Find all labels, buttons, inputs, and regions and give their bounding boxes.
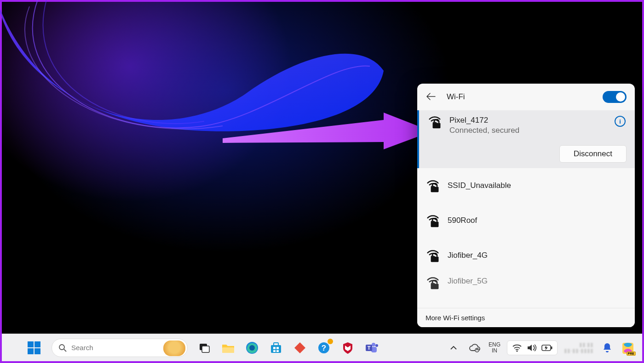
network-info-button[interactable]: i [615,116,626,127]
svg-rect-22 [271,345,281,353]
taskbar-clock[interactable]: ▮▮:▮▮▮▮-▮▮-▮▮▮▮ [564,342,593,354]
cloud-icon [469,343,481,352]
taskbar-search[interactable] [52,339,188,357]
wifi-secured-icon [426,215,439,227]
svg-text:?: ? [322,344,326,352]
svg-rect-18 [202,346,209,352]
system-tray-quicksettings[interactable] [507,340,558,355]
start-button[interactable] [26,340,42,356]
svg-rect-2 [433,123,441,128]
wifi-network-item[interactable]: Jiofiber_4G [417,238,635,273]
arrow-left-icon [426,93,436,100]
wifi-secured-icon [426,250,439,261]
edge-icon [245,341,259,355]
onedrive-tray-icon[interactable] [467,340,482,355]
microsoft-store-button[interactable] [269,340,283,355]
svg-rect-38 [477,348,477,350]
more-wifi-settings-link[interactable]: More Wi-Fi settings [417,308,635,327]
language-indicator[interactable]: ENG IN [489,342,500,354]
network-name: Jiofiber_4G [448,251,488,260]
wifi-icon [512,344,522,352]
svg-point-15 [59,345,64,350]
window-frame: Wi-Fi Pixel_4172 Connected, secured Disc… [0,0,644,363]
wifi-panel-header: Wi-Fi [417,84,635,110]
task-view-icon [198,342,210,354]
svg-rect-10 [431,284,439,289]
file-explorer-button[interactable] [221,340,236,355]
svg-text:T: T [368,345,371,351]
bell-icon [602,342,612,353]
annotation-arrow [223,110,439,165]
svg-point-39 [516,350,518,352]
svg-line-16 [64,349,66,352]
wifi-network-list: Pixel_4172 Connected, secured Disconnect… [417,110,635,308]
notifications-button[interactable] [600,340,615,355]
chevron-up-icon [450,345,457,351]
wifi-toggle[interactable] [603,91,627,103]
svg-rect-24 [273,347,276,349]
mcafee-button[interactable] [340,340,355,355]
svg-rect-41 [551,346,552,349]
store-icon [270,341,282,354]
copilot-button[interactable]: PRE [621,341,635,355]
taskbar: ? T ENG IN [2,334,642,361]
svg-rect-8 [431,256,439,262]
disconnect-button[interactable]: Disconnect [559,145,627,163]
back-button[interactable] [424,90,438,104]
windows-logo-icon [27,341,41,355]
svg-rect-6 [431,221,439,227]
wifi-network-item[interactable]: SSID_Unavailable [417,168,635,203]
volume-icon [527,344,537,352]
svg-rect-27 [276,350,279,352]
svg-rect-25 [276,347,279,349]
wifi-network-item[interactable]: 590Roof [417,203,635,238]
svg-rect-11 [28,341,34,347]
svg-rect-4 [431,187,439,192]
app-icon-red-diamond[interactable] [293,340,307,355]
language-line1: ENG [489,342,500,348]
wifi-secured-icon [428,116,441,128]
connected-network-name: Pixel_4172 [449,116,627,125]
edge-button[interactable] [245,340,259,355]
wifi-network-connected[interactable]: Pixel_4172 Connected, secured Disconnect… [417,110,635,168]
wifi-flyout-panel: Wi-Fi Pixel_4172 Connected, secured Disc… [417,84,635,327]
search-highlight-icon [163,340,185,356]
svg-point-31 [372,343,375,346]
svg-point-32 [375,344,378,347]
tray-overflow-button[interactable] [446,340,461,355]
pre-badge: PRE [627,352,636,356]
shield-icon [342,341,353,354]
task-view-button[interactable] [197,340,212,355]
folder-icon [221,342,235,354]
svg-rect-28 [294,342,305,353]
wifi-network-item[interactable]: Jiofiber_5G [417,273,635,291]
network-name: Jiofiber_5G [448,277,488,286]
get-help-button[interactable]: ? [316,340,331,355]
notification-dot-icon [328,339,333,344]
battery-icon [541,344,552,352]
wifi-panel-title: Wi-Fi [447,92,465,102]
network-name: SSID_Unavailable [448,181,511,190]
teams-button[interactable]: T [364,340,379,355]
language-line2: IN [489,348,500,354]
svg-rect-13 [28,348,34,354]
diamond-icon [294,342,306,354]
svg-rect-14 [34,348,40,354]
svg-rect-19 [222,347,234,353]
connected-network-status: Connected, secured [449,126,627,135]
svg-rect-23 [274,343,278,346]
svg-point-21 [249,345,255,351]
search-icon [58,344,67,352]
teams-icon: T [365,341,379,354]
network-name: 590Roof [448,216,477,225]
svg-rect-12 [34,341,40,347]
wifi-secured-icon [426,277,439,289]
svg-marker-0 [223,113,432,149]
wifi-secured-icon [426,180,439,192]
svg-rect-26 [273,350,276,352]
